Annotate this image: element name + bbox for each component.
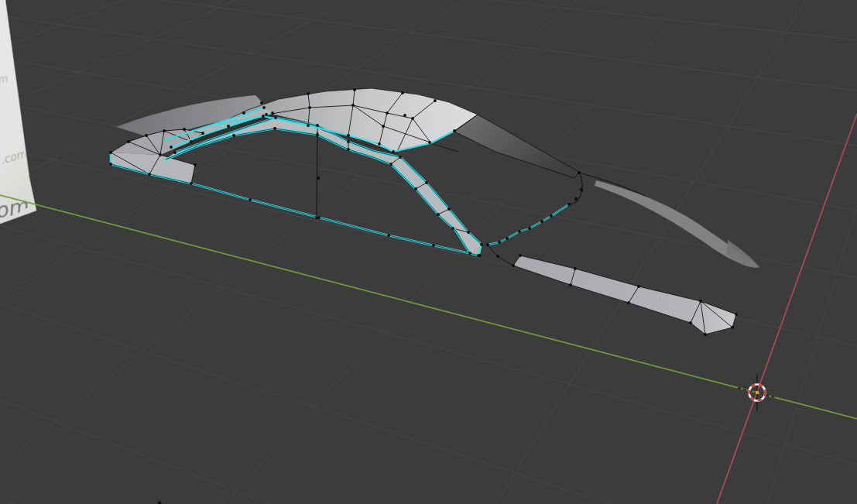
mesh-vertex[interactable] [518, 230, 521, 233]
mesh-vertex[interactable] [249, 198, 252, 201]
mesh-vertex[interactable] [437, 213, 440, 216]
mesh-vertex[interactable] [347, 148, 350, 151]
mesh-vertex[interactable] [183, 128, 186, 131]
viewport-3d[interactable]: m.comom [0, 0, 857, 504]
mesh-vertex[interactable] [432, 244, 435, 247]
mesh-vertex[interactable] [109, 163, 112, 166]
mesh-vertex[interactable] [496, 255, 499, 258]
axis-lines [0, 114, 857, 504]
mesh-vertex[interactable] [528, 227, 531, 230]
b-pillar-edge[interactable] [317, 132, 317, 218]
mesh-vertex[interactable] [190, 182, 193, 185]
mesh-vertex[interactable] [735, 313, 738, 316]
grid-line [0, 0, 577, 466]
mesh-vertex[interactable] [308, 106, 311, 109]
mesh-vertex[interactable] [567, 203, 571, 206]
windshield-edge-face[interactable] [454, 115, 579, 178]
object-origin-dot[interactable] [158, 502, 162, 504]
mesh-vertex[interactable] [467, 231, 470, 234]
mesh-vertex[interactable] [273, 127, 276, 130]
mesh-vertex[interactable] [478, 254, 482, 257]
mesh-vertex[interactable] [699, 300, 702, 303]
mesh-vertex[interactable] [260, 101, 263, 105]
mesh-vertex[interactable] [512, 264, 515, 267]
mesh-vertex[interactable] [414, 187, 417, 190]
mesh-vertex[interactable] [347, 140, 350, 143]
mesh-vertex[interactable] [347, 134, 350, 137]
mesh-vertex[interactable] [689, 321, 692, 324]
mesh-vertex[interactable] [159, 153, 162, 156]
mesh-vertex[interactable] [382, 125, 385, 128]
mesh-vertex[interactable] [519, 254, 522, 257]
mesh-vertex[interactable] [578, 171, 581, 174]
mesh-vertex[interactable] [434, 99, 437, 102]
mesh-vertex[interactable] [163, 129, 166, 132]
mesh-vertex[interactable] [468, 252, 471, 255]
mesh-edge[interactable] [488, 245, 513, 266]
mesh-vertex[interactable] [262, 115, 265, 118]
mesh-vertex[interactable] [316, 124, 319, 127]
mesh-vertex[interactable] [387, 234, 390, 237]
mesh-vertex[interactable] [498, 241, 501, 244]
fender-ghost-shadow [726, 240, 759, 268]
mesh-vertex[interactable] [194, 163, 197, 166]
mesh-vertex[interactable] [480, 243, 483, 246]
viewport-canvas[interactable]: m.comom [0, 0, 857, 504]
mesh-vertex[interactable] [550, 214, 553, 218]
mesh-vertex[interactable] [317, 216, 321, 219]
hood-strip-face[interactable] [513, 255, 736, 334]
mesh-vertex[interactable] [227, 125, 230, 128]
mesh-vertex[interactable] [190, 140, 193, 143]
mesh-vertex[interactable] [316, 133, 319, 136]
mesh-vertex[interactable] [540, 220, 543, 223]
reference-image-plane[interactable]: m.comom [0, 0, 36, 228]
mesh-vertex[interactable] [307, 124, 310, 127]
mesh-vertex[interactable] [232, 134, 235, 137]
mesh-vertex[interactable] [378, 142, 381, 146]
mesh-vertex[interactable] [425, 181, 428, 184]
mesh-vertex[interactable] [569, 283, 572, 286]
mesh-vertex[interactable] [265, 113, 268, 116]
cursor-center-dot[interactable] [755, 390, 759, 394]
mesh-vertex[interactable] [242, 111, 245, 115]
mesh-vertex[interactable] [574, 197, 578, 201]
mesh-vertex[interactable] [401, 91, 404, 94]
car-mesh[interactable] [109, 88, 738, 504]
mesh-vertex[interactable] [486, 243, 489, 246]
mesh-vertex[interactable] [704, 333, 707, 336]
mesh-vertex[interactable] [274, 116, 277, 119]
mesh-vertex[interactable] [447, 207, 451, 211]
mesh-vertex[interactable] [580, 188, 583, 191]
mesh-vertex[interactable] [317, 177, 320, 180]
mesh-vertex[interactable] [403, 114, 406, 117]
rocker-sharp-edge-core[interactable] [111, 164, 480, 255]
cursor-3d[interactable] [738, 375, 777, 411]
mesh-vertex[interactable] [262, 106, 266, 109]
mesh-vertex[interactable] [307, 92, 310, 95]
mesh-vertex[interactable] [411, 117, 414, 120]
mesh-vertex[interactable] [145, 134, 148, 137]
mesh-vertex[interactable] [389, 163, 393, 166]
fender-line-edge[interactable] [579, 173, 645, 196]
mesh-vertex[interactable] [453, 129, 456, 132]
mesh-vertex[interactable] [574, 267, 577, 270]
mesh-vertex[interactable] [731, 326, 734, 329]
mesh-vertex[interactable] [351, 104, 355, 107]
mesh-vertex[interactable] [109, 151, 112, 154]
mesh-vertex[interactable] [428, 141, 431, 144]
mesh-vertex[interactable] [353, 88, 356, 91]
mesh-vertex[interactable] [271, 111, 274, 115]
mesh-vertex[interactable] [637, 285, 640, 288]
mesh-vertex[interactable] [170, 146, 173, 149]
mesh-vertex[interactable] [148, 173, 151, 176]
mesh-vertex[interactable] [386, 111, 389, 115]
mesh-vertex[interactable] [627, 301, 630, 304]
mesh-vertex[interactable] [399, 156, 402, 159]
mesh-vertex[interactable] [201, 132, 204, 135]
mesh-vertex[interactable] [392, 150, 395, 153]
mesh-vertex[interactable] [506, 237, 509, 240]
mesh-edge[interactable] [430, 143, 458, 152]
mesh-vertex[interactable] [127, 140, 130, 143]
mesh-vertex[interactable] [173, 151, 177, 154]
mesh-vertex[interactable] [451, 227, 454, 230]
